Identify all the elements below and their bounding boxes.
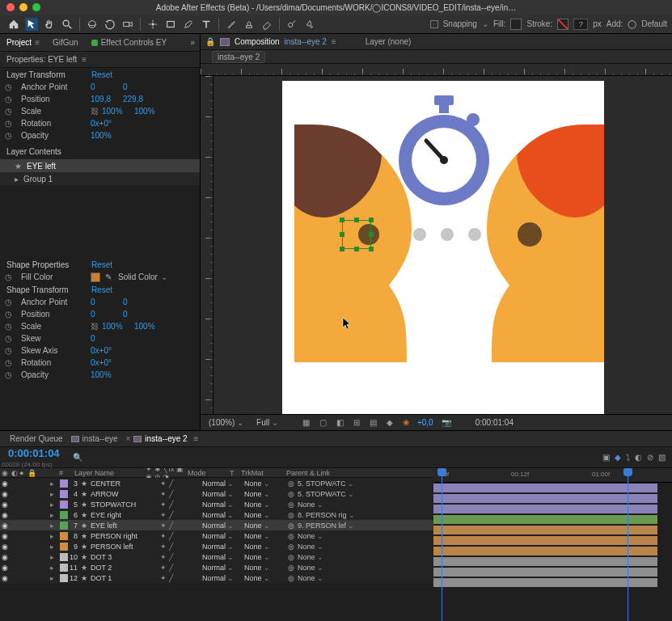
parent-link[interactable]: ◎None⌄ [288,543,433,551]
breadcrumb-comp[interactable]: insta--eye 2 [212,51,265,63]
link-icon[interactable]: ⛓ [91,322,102,331]
track-matte-select[interactable]: None⌄ [244,564,288,572]
link-icon[interactable]: ⛓ [91,107,102,116]
snapshot-icon[interactable]: 📷 [442,418,451,427]
blend-mode-select[interactable]: Normal⌄ [202,501,244,509]
stopwatch-icon[interactable]: ◷ [5,310,16,319]
layer-row[interactable]: ◉▸4★ARROW✦ ╱Normal⌄None⌄◎5. STOPWATC⌄ [0,488,433,499]
track-matte-select[interactable]: None⌄ [244,543,288,551]
blend-mode-select[interactable]: Normal⌄ [202,543,244,551]
blend-mode-select[interactable]: Normal⌄ [202,564,244,572]
channel-icon[interactable]: ◆ [387,418,393,427]
layer-bar[interactable] [433,484,657,492]
layer-row[interactable]: ◉▸6★EYE right✦ ╱Normal⌄None⌄◎8. PERSON r… [0,509,433,520]
magnification-select[interactable]: (100%) ⌄ [205,418,247,427]
layer-switches[interactable]: ✦ ╱ [160,532,202,540]
label-color[interactable] [60,522,68,530]
zoom-tool-icon[interactable] [61,18,74,31]
position-x[interactable]: 109,8 [91,95,123,104]
layer-row[interactable]: ◉▸9★PERSON left✦ ╱Normal⌄None⌄◎None⌄ [0,541,433,551]
composition-name[interactable]: insta--eye 2 [285,37,327,46]
layer-row[interactable]: ◉▸3★CENTER✦ ╱Normal⌄None⌄◎5. STOPWATC⌄ [0,478,433,488]
layer-switches[interactable]: ✦ ╱ [160,543,202,551]
track-matte-select[interactable]: None⌄ [244,553,288,561]
visibility-toggle[interactable]: ◉ [0,479,10,488]
layer-name[interactable]: EYE left [89,522,160,530]
twirl-icon[interactable]: ▸ [50,490,58,498]
label-color[interactable] [60,490,68,498]
lock-icon[interactable]: 🔒 [205,37,215,46]
track-row[interactable] [433,577,672,588]
parent-link[interactable]: ◎None⌄ [288,574,433,582]
fill-type-select[interactable]: Solid Color [118,272,158,281]
visibility-toggle[interactable]: ◉ [0,511,10,519]
chevron-down-icon[interactable]: ⌄ [161,272,167,281]
visibility-toggle[interactable]: ◉ [0,553,10,561]
transparency-grid-icon[interactable]: ▦ [302,418,310,427]
layer-row[interactable]: ◉▸8★PERSON right✦ ╱Normal⌄None⌄◎None⌄ [0,530,433,541]
st-pos-x[interactable]: 0 [91,310,123,319]
position-y[interactable]: 229,8 [123,95,155,104]
work-area-start[interactable] [442,468,442,621]
track-matte-select[interactable]: None⌄ [244,479,288,488]
stopwatch-icon[interactable]: ◷ [5,370,16,379]
twirl-icon[interactable]: ▸ [50,479,58,488]
blend-mode-select[interactable]: Normal⌄ [202,553,244,561]
camera-icon[interactable] [121,18,134,31]
stroke-swatch[interactable] [557,19,568,30]
mask-icon[interactable]: ▢ [319,418,327,427]
shy-icon[interactable]: ⤵ [626,453,630,462]
layer-transform-reset[interactable]: Reset [91,70,193,79]
anchor-y[interactable]: 0 [123,82,155,91]
twirl-icon[interactable]: ▸ [50,532,58,540]
stopwatch-icon[interactable]: ◷ [5,107,16,116]
st-scale-y[interactable]: 100% [134,322,167,331]
zoom-window-button[interactable] [32,3,40,11]
exposure-value[interactable]: +0,0 [417,418,433,427]
pickwhip-icon[interactable]: ◎ [288,532,294,540]
pickwhip-icon[interactable]: ◎ [288,553,294,561]
layer-switches[interactable]: ✦ ╱ [160,479,202,488]
layer-bar[interactable] [433,547,657,556]
stopwatch-icon[interactable]: ◷ [5,95,16,104]
layer-switches[interactable]: ✦ ╱ [160,574,202,582]
fill-swatch[interactable] [510,19,522,30]
layer-bar[interactable] [433,505,657,513]
visibility-toggle[interactable]: ◉ [0,522,10,530]
twirl-icon[interactable]: ▸ [50,501,58,509]
tab-effect-controls[interactable]: Effect Controls EY [85,34,174,52]
blend-mode-select[interactable]: Normal⌄ [202,490,244,498]
rotate-icon[interactable] [104,18,116,31]
snapping-checkbox[interactable] [430,20,438,28]
track-row[interactable] [433,556,672,567]
timeline-tracks[interactable]: :00f 00:12f 01:00f [433,468,672,621]
content-item[interactable]: ★EYE left [0,159,200,172]
track-row[interactable] [433,483,672,493]
stopwatch-icon[interactable]: ◷ [5,82,16,91]
graph-editor-icon[interactable]: ▧ [658,453,666,462]
layer-row[interactable]: ◉▸7★EYE left✦ ╱Normal⌄None⌄◎9. PERSON le… [0,520,433,530]
selection-tool-icon[interactable] [25,18,38,31]
parent-link[interactable]: ◎None⌄ [288,532,433,540]
layer-switches[interactable]: ✦ ╱ [160,553,202,561]
stopwatch-icon[interactable]: ◷ [5,346,16,355]
tab-render-queue[interactable]: Render Queue [10,434,63,443]
track-row[interactable] [433,504,672,514]
label-color[interactable] [60,501,68,509]
st-anchor-x[interactable]: 0 [91,298,123,306]
track-row[interactable] [433,514,672,525]
layer-bar[interactable] [433,536,657,545]
twirl-icon[interactable]: ▸ [50,564,58,572]
visibility-toggle[interactable]: ◉ [0,490,10,498]
st-pos-y[interactable]: 0 [123,310,155,319]
visibility-toggle[interactable]: ◉ [0,532,10,540]
label-color[interactable] [60,532,68,540]
close-window-button[interactable] [6,3,15,11]
layer-row[interactable]: ◉▸12★DOT 1✦ ╱Normal⌄None⌄◎None⌄ [0,572,433,583]
scale-x[interactable]: 100% [102,107,134,116]
twirl-icon[interactable]: ▸ [50,574,58,582]
color-mgmt-icon[interactable]: ❀ [403,418,409,427]
twirl-icon[interactable]: ▸ [50,553,58,561]
brush-tool-icon[interactable] [225,18,238,31]
pickwhip-icon[interactable]: ◎ [288,522,294,530]
